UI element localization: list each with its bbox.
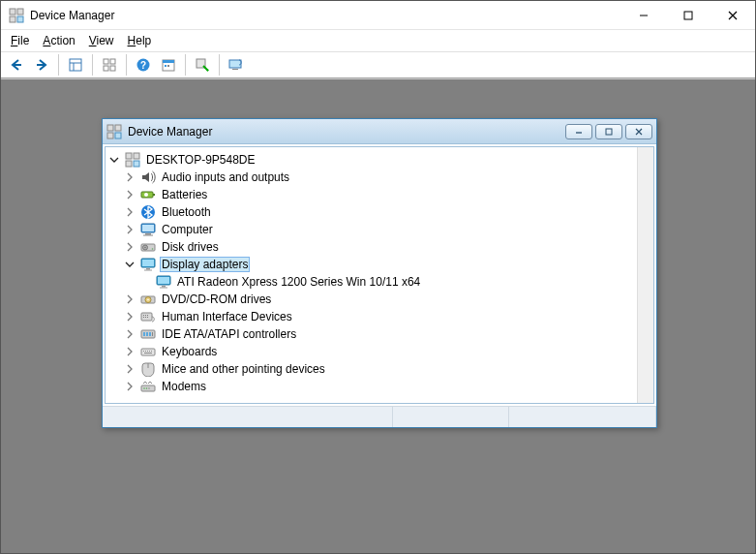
tree-node-label: IDE ATA/ATAPI controllers [160,327,298,341]
status-pane [103,407,393,427]
arrow-left-icon [9,57,24,73]
child-minimize-button[interactable] [565,124,592,139]
tree-category-node[interactable]: IDE ATA/ATAPI controllers [106,325,637,343]
modem-icon [140,379,156,394]
toolbar-separator [126,54,127,76]
dvd-icon [140,292,156,307]
calendar-icon [161,57,176,73]
close-button[interactable] [711,1,755,30]
tree-category-node[interactable]: DVD/CD-ROM drives [106,291,637,308]
keyboard-icon [140,344,156,359]
tree-node-label: Batteries [160,188,209,201]
child-titlebar[interactable]: Device Manager [103,119,656,144]
vertical-scrollbar[interactable] [637,147,653,403]
menu-help[interactable]: Help [122,32,158,49]
detail-pane-icon [68,57,83,73]
tree-node-label: Audio inputs and outputs [160,170,291,184]
tree-node-label: ATI Radeon Xpress 1200 Series Win 10/11 … [175,275,422,289]
menu-action[interactable]: Action [37,32,80,49]
toolbar-show-hide-tree-button[interactable] [64,53,87,77]
window-title: Device Manager [30,9,621,22]
child-close-button[interactable] [625,124,652,139]
chevron-right-icon[interactable] [123,310,136,323]
ide-icon [140,326,156,342]
tree-category-node[interactable]: Display adapters [106,256,637,273]
chevron-right-icon[interactable] [123,292,136,306]
tree-category-node[interactable]: Batteries [106,186,637,203]
device-manager-icon [106,124,122,139]
chevron-right-icon[interactable] [123,240,136,254]
battery-icon [140,187,156,202]
caption-buttons [621,1,755,29]
chevron-right-icon[interactable] [123,327,136,341]
mouse-icon [140,361,156,377]
status-pane [393,407,509,427]
hid-icon [140,309,156,324]
tree-device-node[interactable]: ATI Radeon Xpress 1200 Series Win 10/11 … [106,273,637,291]
tree-node-label: Human Interface Devices [160,310,294,323]
bluetooth-icon [140,204,156,220]
mdi-client-area: Device Manager DESKTOP-9P548DEAudio inpu… [1,78,755,553]
tree-category-node[interactable]: Computer [106,221,637,238]
scan-icon [195,57,210,73]
toolbar-back-button[interactable] [5,53,28,77]
tree-category-node[interactable]: Mice and other pointing devices [106,360,637,378]
toolbar-properties-button[interactable] [98,53,121,77]
computer-icon [140,222,156,237]
tree-node-label: Bluetooth [160,205,213,219]
chevron-right-icon[interactable] [123,223,136,236]
device-manager-child-window: Device Manager DESKTOP-9P548DEAudio inpu… [102,118,657,428]
status-pane [509,407,656,427]
menu-file[interactable]: File [5,32,35,49]
tree-category-node[interactable]: Keyboards [106,343,637,360]
disk-icon [140,239,156,255]
display-icon [140,257,156,272]
tree-node-label: Disk drives [160,240,221,254]
toolbar-help-button[interactable] [132,53,155,77]
tree-node-label: DESKTOP-9P548DE [144,153,257,167]
device-tree[interactable]: DESKTOP-9P548DEAudio inputs and outputsB… [106,147,637,403]
tree-node-label: DVD/CD-ROM drives [160,292,273,306]
child-maximize-button[interactable] [595,124,622,139]
child-body: DESKTOP-9P548DEAudio inputs and outputsB… [105,146,654,404]
grid-icon [102,57,117,73]
toolbar-remote-computer-button[interactable] [225,53,248,77]
remote-computer-icon [228,57,244,73]
help-icon [136,57,151,73]
minimize-button[interactable] [621,1,666,30]
toolbar-update-driver-button[interactable] [157,53,180,77]
toolbar-scan-hardware-button[interactable] [191,53,214,77]
menu-view[interactable]: View [83,32,120,49]
chevron-right-icon[interactable] [123,188,136,201]
chevron-right-icon[interactable] [123,205,136,219]
toolbar-separator [58,54,59,76]
tree-node-label: Computer [160,223,215,236]
svg-rect-67 [606,129,612,135]
tree-root-node[interactable]: DESKTOP-9P548DE [106,151,637,169]
tree-node-label: Keyboards [160,345,219,358]
toolbar-separator [92,54,93,76]
arrow-right-icon [34,57,49,73]
tree-category-node[interactable]: Disk drives [106,238,637,256]
tree-node-label: Mice and other pointing devices [160,362,327,376]
toolbar-separator [219,54,220,76]
computer-icon [125,152,140,168]
toolbar [1,51,755,78]
toolbar-forward-button[interactable] [30,53,53,77]
chevron-right-icon[interactable] [123,345,136,358]
tree-category-node[interactable]: Audio inputs and outputs [106,169,637,186]
chevron-down-icon[interactable] [123,258,136,271]
chevron-right-icon[interactable] [123,380,136,393]
tree-category-node[interactable]: Bluetooth [106,203,637,221]
maximize-button[interactable] [666,1,711,30]
tree-category-node[interactable]: Modems [106,378,637,395]
audio-icon [140,169,156,185]
tree-category-node[interactable]: Human Interface Devices [106,308,637,325]
chevron-right-icon[interactable] [123,170,136,184]
chevron-right-icon[interactable] [123,362,136,376]
chevron-down-icon[interactable] [107,153,121,167]
toolbar-separator [185,54,186,76]
child-statusbar [103,406,656,427]
app-icon [9,8,24,23]
tree-node-label: Modems [160,380,208,393]
